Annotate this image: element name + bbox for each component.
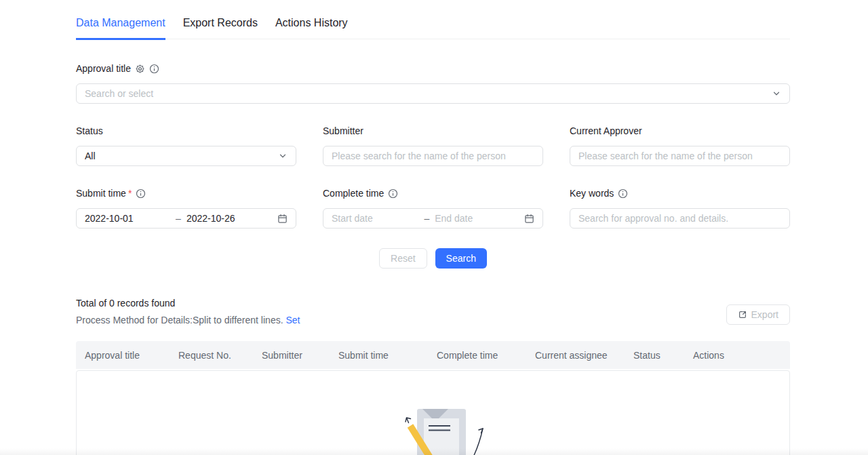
reset-button[interactable]: Reset bbox=[379, 248, 427, 269]
complete-time-label: Complete time bbox=[323, 186, 384, 200]
table-body-empty bbox=[76, 370, 790, 455]
tab-bar: Data Management Export Records Actions H… bbox=[76, 0, 790, 39]
submitter-field: Submitter bbox=[323, 124, 543, 166]
export-button[interactable]: Export bbox=[726, 304, 790, 325]
key-words-field: Key words bbox=[570, 186, 790, 229]
info-icon[interactable] bbox=[136, 189, 146, 199]
info-icon[interactable] bbox=[388, 189, 398, 199]
info-icon[interactable] bbox=[149, 64, 159, 74]
range-separator: – bbox=[176, 213, 181, 224]
submitter-label: Submitter bbox=[323, 124, 363, 138]
records-table: Approval title Request No. Submitter Sub… bbox=[76, 341, 790, 455]
required-asterisk: * bbox=[128, 186, 132, 200]
current-approver-label: Current Approver bbox=[570, 124, 642, 138]
approval-title-select[interactable]: Search or select bbox=[76, 83, 790, 104]
process-method-text: Process Method for Details:Split to diff… bbox=[76, 315, 283, 325]
results-summary: Total of 0 records found Process Method … bbox=[76, 296, 790, 327]
approval-title-placeholder: Search or select bbox=[85, 88, 153, 99]
export-icon bbox=[738, 310, 747, 319]
column-header-complete-time: Complete time bbox=[437, 350, 535, 361]
approval-title-label: Approval title bbox=[76, 62, 131, 75]
column-header-submitter: Submitter bbox=[262, 350, 338, 361]
complete-time-end[interactable]: End date bbox=[435, 213, 473, 224]
current-approver-input[interactable] bbox=[570, 146, 790, 166]
tab-export-records[interactable]: Export Records bbox=[183, 16, 258, 39]
status-label: Status bbox=[76, 124, 103, 138]
table-header-row: Approval title Request No. Submitter Sub… bbox=[76, 341, 790, 369]
complete-time-start[interactable]: Start date bbox=[332, 213, 373, 224]
search-button[interactable]: Search bbox=[435, 248, 487, 269]
empty-state bbox=[77, 371, 789, 455]
column-header-request-no: Request No. bbox=[178, 350, 262, 361]
submit-time-end[interactable]: 2022-10-26 bbox=[186, 213, 235, 224]
status-select[interactable]: All bbox=[76, 146, 296, 166]
complete-time-field: Complete time Start date – End date bbox=[323, 186, 543, 229]
range-separator: – bbox=[424, 213, 429, 224]
data-management-page: Data Management Export Records Actions H… bbox=[0, 0, 868, 455]
tab-actions-history[interactable]: Actions History bbox=[275, 16, 348, 39]
status-value: All bbox=[85, 151, 96, 161]
status-field: Status All bbox=[76, 124, 296, 166]
column-header-submit-time: Submit time bbox=[338, 350, 437, 361]
export-button-label: Export bbox=[751, 309, 778, 320]
set-link[interactable]: Set bbox=[285, 315, 300, 325]
column-header-current-assignee: Current assignee bbox=[535, 350, 633, 361]
info-icon[interactable] bbox=[618, 189, 628, 199]
form-actions: Reset Search bbox=[76, 248, 790, 269]
column-header-status: Status bbox=[633, 350, 693, 361]
submit-time-label: Submit time bbox=[76, 186, 126, 200]
submit-time-start[interactable]: 2022-10-01 bbox=[85, 213, 134, 224]
column-header-approval-title: Approval title bbox=[85, 350, 178, 361]
key-words-input[interactable] bbox=[570, 208, 790, 229]
submit-time-range-picker[interactable]: 2022-10-01 – 2022-10-26 bbox=[76, 208, 296, 229]
submitter-input[interactable] bbox=[323, 146, 543, 166]
chevron-down-icon bbox=[278, 151, 288, 161]
chevron-down-icon bbox=[772, 89, 781, 98]
key-words-label: Key words bbox=[570, 186, 614, 200]
tab-data-management[interactable]: Data Management bbox=[76, 16, 165, 40]
calendar-icon bbox=[277, 214, 288, 224]
total-records-text: Total of 0 records found bbox=[76, 296, 790, 310]
complete-time-range-picker[interactable]: Start date – End date bbox=[323, 208, 543, 229]
column-header-actions: Actions bbox=[693, 350, 790, 361]
submit-time-field: Submit time * 2022-10-01 – 2022-10-26 bbox=[76, 186, 296, 229]
approval-title-field: Approval title Searc bbox=[76, 62, 790, 104]
empty-state-illustration bbox=[395, 405, 490, 455]
gear-icon[interactable] bbox=[135, 64, 145, 74]
calendar-icon bbox=[524, 214, 534, 224]
current-approver-field: Current Approver bbox=[570, 124, 790, 166]
